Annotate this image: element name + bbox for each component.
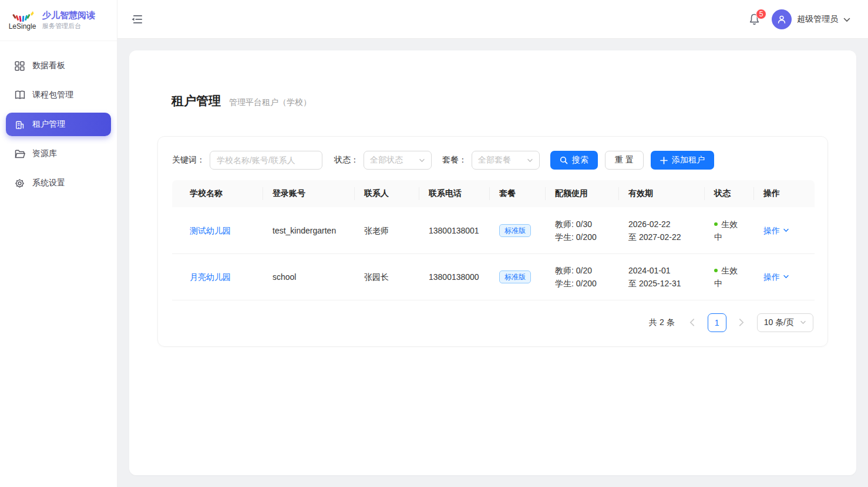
pagination-prev-icon[interactable] [684,314,701,331]
sidebar-item-label: 课程包管理 [32,90,73,100]
table-row: 测试幼儿园 test_kindergarten 张老师 13800138001 … [172,207,815,253]
page-title: 租户管理 [171,93,221,109]
valid-from: 2026-02-22 [628,218,695,231]
page-subtitle: 管理平台租户（学校） [229,97,311,108]
pagination: 共 2 条 1 10 条/页 [172,313,813,332]
quota-student: 学生: 0/200 [555,231,610,244]
status-select[interactable]: 全部状态 [364,151,432,170]
sidebar-item-label: 数据看板 [32,60,65,71]
status-badge: 生效中 [714,266,738,288]
sidebar-item-label: 系统设置 [32,178,65,188]
chevron-down-icon [843,14,850,25]
row-actions-dropdown[interactable]: 操作 [763,270,789,283]
chevron-down-icon [527,158,533,163]
school-name-link[interactable]: 月亮幼儿园 [190,272,231,282]
book-icon [15,90,25,100]
page-size-value: 10 条/页 [764,317,794,328]
topbar: 5 超级管理员 [117,0,868,39]
logo-wordmark: LeSingle [8,22,36,31]
validity-cell: 2024-01-01 至 2025-12-31 [619,253,705,300]
search-icon [560,156,568,164]
keyword-label: 关键词： [172,155,205,165]
brand-title: 少儿智慧阅读 [42,10,95,21]
chevron-down-icon [783,275,789,279]
contact-cell: 张园长 [355,253,419,300]
sidebar-item-label: 租户管理 [32,119,65,130]
search-button[interactable]: 搜索 [550,151,598,170]
login-account-cell: test_kindergarten [263,207,355,253]
col-phone: 联系电话 [419,180,490,207]
tenant-table: 学校名称 登录账号 联系人 联系电话 套餐 配额使用 有效期 状态 操作 [172,180,815,300]
package-badge: 标准版 [499,224,531,237]
school-name-link[interactable]: 测试幼儿园 [190,226,231,235]
sidebar-item-tenants[interactable]: 租户管理 [6,113,111,136]
chevron-down-icon [419,158,425,163]
package-select-value: 全部套餐 [478,155,511,165]
status-cell: 生效中 [705,207,754,253]
status-dot [714,269,718,272]
validity-cell: 2026-02-22 至 2027-02-22 [619,207,705,253]
app-root: LeSingle 少儿智慧阅读 服务管理后台 数据看板 [0,0,868,487]
contact-cell: 张老师 [355,207,419,253]
pagination-page-1[interactable]: 1 [708,313,726,332]
table-row: 月亮幼儿园 school 张园长 13800138000 标准版 教师: 0/2… [172,253,815,300]
gear-icon [15,178,25,188]
content-area: 租户管理 管理平台租户（学校） 关键词： 状态： 全部状态 [117,39,868,487]
sidebar: LeSingle 少儿智慧阅读 服务管理后台 数据看板 [0,0,117,487]
col-login-account: 登录账号 [263,180,355,207]
quota-cell: 教师: 0/30 学生: 0/200 [546,207,619,253]
reset-button[interactable]: 重 置 [605,151,644,170]
chevron-down-icon [783,228,789,232]
avatar [772,9,792,29]
sidebar-item-label: 资源库 [32,148,57,159]
col-quota: 配额使用 [546,180,619,207]
notification-bell-icon[interactable]: 5 [748,13,761,26]
brand-text: 少儿智慧阅读 服务管理后台 [42,10,95,31]
col-status: 状态 [705,180,754,207]
row-actions-dropdown[interactable]: 操作 [763,224,789,237]
brand-subtitle: 服务管理后台 [42,22,95,31]
package-select[interactable]: 全部套餐 [472,151,540,170]
topbar-right: 5 超级管理员 [748,9,850,29]
quota-cell: 教师: 0/20 学生: 0/200 [546,253,619,300]
keyword-input[interactable] [210,151,322,170]
user-menu[interactable]: 超级管理员 [772,9,850,29]
chevron-down-icon [800,320,806,324]
quota-teacher: 教师: 0/20 [555,264,610,277]
table-header: 学校名称 登录账号 联系人 联系电话 套餐 配额使用 有效期 状态 操作 [172,180,815,207]
main-column: 5 超级管理员 [117,0,868,487]
sidebar-menu: 数据看板 课程包管理 [0,41,117,208]
sidebar-item-settings[interactable]: 系统设置 [6,171,111,195]
plus-icon [660,157,668,164]
filter-bar: 关键词： 状态： 全部状态 套餐： 全部套餐 [172,151,813,170]
row-actions-label: 操作 [763,224,780,237]
sidebar-item-course-packages[interactable]: 课程包管理 [6,83,111,107]
status-dot [714,222,718,226]
valid-from: 2024-01-01 [628,264,695,277]
folder-icon [15,148,25,159]
building-icon [15,119,25,130]
lesingle-logo-icon: LeSingle [8,11,36,31]
add-tenant-button[interactable]: 添加租户 [651,151,714,170]
menu-fold-icon[interactable] [132,13,144,26]
status-select-value: 全部状态 [370,155,403,165]
status-label: 状态： [334,155,359,165]
status-badge: 生效中 [714,219,738,242]
pagination-next-icon[interactable] [734,314,750,331]
sidebar-item-resources[interactable]: 资源库 [6,142,111,165]
pagination-total: 共 2 条 [649,317,675,328]
add-tenant-button-label: 添加租户 [672,155,705,165]
search-button-label: 搜索 [572,155,588,165]
user-name: 超级管理员 [797,14,838,25]
page-card: 租户管理 管理平台租户（学校） 关键词： 状态： 全部状态 [129,50,856,475]
col-actions: 操作 [754,180,815,207]
page-size-select[interactable]: 10 条/页 [757,313,813,332]
sidebar-item-dashboard[interactable]: 数据看板 [6,54,111,77]
reset-button-label: 重 置 [615,155,634,165]
col-validity: 有效期 [619,180,705,207]
valid-to: 至 2025-12-31 [628,277,695,290]
brand-logo-area: LeSingle 少儿智慧阅读 服务管理后台 [0,0,117,41]
notification-count-badge: 5 [756,9,766,19]
phone-cell: 13800138000 [419,253,490,300]
quota-teacher: 教师: 0/30 [555,218,610,231]
